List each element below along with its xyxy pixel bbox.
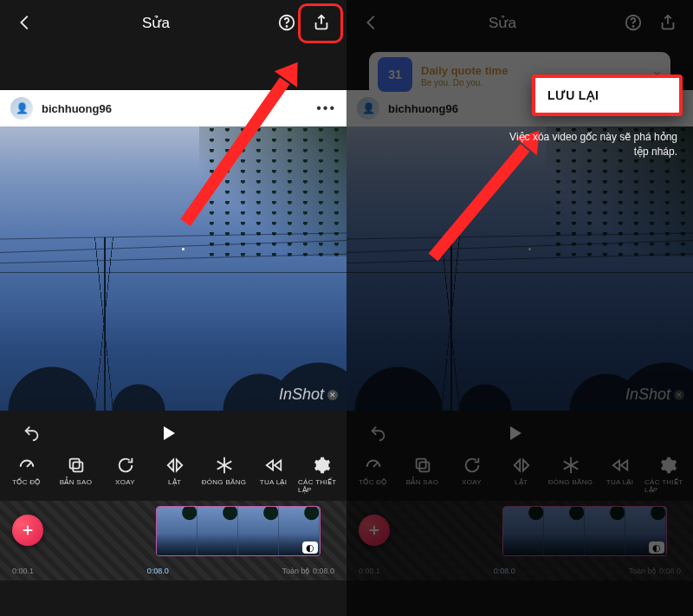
save-label: LƯU LẠI [547, 88, 667, 102]
avatar: 👤 [357, 97, 379, 120]
timeline[interactable]: ◐ 0:00.1 0:08.0 Toàn bộ 0:08.0 [0, 501, 346, 580]
svg-line-3 [27, 463, 31, 467]
username: bichhuong96 [42, 102, 112, 115]
video-preview[interactable]: InShot✕ [346, 126, 693, 411]
svg-rect-5 [73, 462, 82, 471]
delete-warning: Việc xóa video gốc này sẽ phá hỏng tệp n… [504, 130, 677, 159]
svg-point-1 [286, 26, 287, 27]
svg-point-17 [632, 26, 633, 27]
undo-icon[interactable] [369, 424, 388, 446]
tool-flip[interactable]: LẬT [150, 456, 199, 494]
tool-rotate[interactable]: XOAY [447, 456, 496, 494]
editor-header: Sửa [346, 0, 693, 45]
page-title: Sửa [489, 14, 516, 32]
tool-copy[interactable]: BẢN SAO [398, 456, 447, 494]
video-preview[interactable]: InShot✕ [0, 126, 346, 411]
undo-icon[interactable] [23, 424, 42, 446]
tool-flip[interactable]: LẬT [496, 456, 546, 494]
tool-strip: TỐC ĐỘ BẢN SAO XOAY LẬT ĐÓNG BĂNG TUA LẠ… [346, 451, 693, 496]
watermark[interactable]: InShot✕ [625, 386, 684, 404]
svg-marker-22 [514, 460, 519, 471]
time-labels: 0:00.1 0:08.0 Toàn bộ 0:08.0 [0, 567, 346, 575]
username: bichhuong96 [388, 102, 458, 115]
svg-marker-7 [176, 460, 181, 471]
time-labels: 0:00.1 0:08.0 Toàn bộ 0:08.0 [346, 567, 693, 575]
svg-rect-21 [419, 462, 429, 471]
clip-handle-icon[interactable]: ◐ [649, 541, 664, 554]
close-watermark-icon[interactable]: ✕ [674, 390, 684, 400]
save-popup[interactable]: LƯU LẠI [532, 75, 683, 116]
svg-rect-20 [416, 459, 425, 469]
clip[interactable]: ◐ [502, 506, 667, 556]
tool-rotate[interactable]: XOAY [100, 456, 150, 494]
svg-marker-2 [164, 426, 175, 440]
close-watermark-icon[interactable]: ✕ [327, 390, 338, 400]
screen-left: Sửa 👤 bichhuong96 ••• [0, 0, 346, 616]
tool-speed[interactable]: TỐC ĐỘ [348, 456, 398, 494]
watermark[interactable]: InShot✕ [279, 386, 338, 404]
clip[interactable]: ◐ [156, 506, 321, 556]
tool-rewind[interactable]: TUA LẠI [249, 456, 298, 494]
svg-marker-12 [274, 461, 280, 470]
calendar-icon: 31 [378, 57, 412, 92]
tool-speed[interactable]: TỐC ĐỘ [2, 456, 51, 494]
svg-line-19 [373, 463, 378, 467]
back-icon[interactable] [10, 8, 40, 37]
add-clip-button[interactable] [12, 515, 43, 546]
tool-settings[interactable]: CÁC THIẾT LẬP [298, 456, 346, 494]
editor-header: Sửa [0, 0, 346, 45]
svg-marker-18 [510, 426, 521, 440]
play-button[interactable] [504, 423, 525, 447]
avatar: 👤 [10, 97, 33, 120]
clip-handle-icon[interactable]: ◐ [302, 541, 318, 554]
banner-title: Daily quote time [421, 64, 508, 77]
tool-strip: TỐC ĐỘ BẢN SAO XOAY LẬT ĐÓNG BĂNG TUA LẠ… [0, 451, 346, 496]
screen-right: Sửa 31 Daily quote time Be you. Do you. … [346, 0, 693, 616]
tool-copy[interactable]: BẢN SAO [51, 456, 100, 494]
post-header: 👤 bichhuong96 ••• [0, 90, 346, 126]
tool-rewind[interactable]: TUA LẠI [595, 456, 644, 494]
help-icon[interactable] [619, 8, 648, 37]
play-button[interactable] [158, 423, 178, 447]
playback-row [0, 411, 346, 451]
back-icon[interactable] [357, 8, 386, 37]
playback-row [346, 411, 693, 451]
timeline[interactable]: ◐ 0:00.1 0:08.0 Toàn bộ 0:08.0 [346, 501, 693, 580]
page-title: Sửa [142, 14, 170, 32]
tool-freeze[interactable]: ĐÓNG BĂNG [199, 456, 249, 494]
tool-settings[interactable]: CÁC THIẾT LẬP [644, 456, 693, 494]
svg-rect-4 [69, 459, 79, 469]
svg-marker-28 [620, 461, 626, 470]
share-icon[interactable] [653, 8, 683, 37]
preview-area: 👤 bichhuong96 ••• InShot✕ [0, 90, 346, 411]
banner-subtitle: Be you. Do you. [421, 78, 508, 88]
svg-marker-11 [266, 461, 272, 470]
tool-freeze[interactable]: ĐÓNG BĂNG [546, 456, 595, 494]
help-icon[interactable] [272, 8, 301, 37]
add-clip-button[interactable] [359, 515, 390, 546]
svg-marker-27 [612, 461, 619, 470]
post-more-icon[interactable]: ••• [316, 101, 336, 116]
svg-marker-6 [167, 460, 172, 471]
svg-marker-23 [522, 460, 528, 471]
share-icon[interactable] [307, 8, 336, 37]
